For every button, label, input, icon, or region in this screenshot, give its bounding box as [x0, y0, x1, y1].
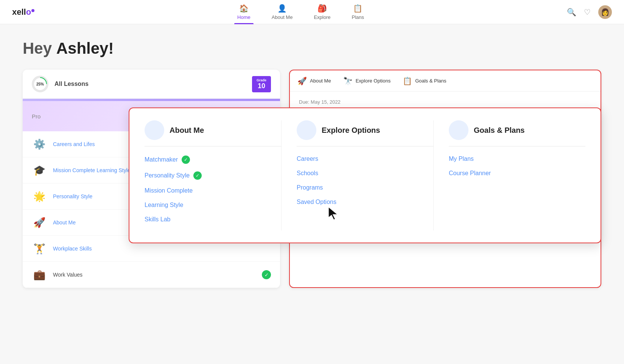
programs-label: Programs [297, 184, 323, 191]
panel-tab-goals-label: Goals & Plans [415, 78, 446, 84]
explore-header: 🔭 Explore Options [297, 120, 433, 140]
mission-icon: 🎓 [32, 163, 47, 178]
home-icon: 🏠 [239, 4, 249, 13]
clipboard-icon: 📋 [403, 76, 412, 86]
check-icon: ✓ [262, 270, 271, 279]
panel-tab-explore[interactable]: 🔭 Explore Options [343, 76, 391, 86]
nav-plans-label: Plans [352, 14, 364, 20]
logo-o: o [26, 7, 31, 17]
about-me-icon: 👤 [277, 4, 287, 13]
careers-link-label: Careers [297, 156, 318, 162]
grade-label: Grade [257, 78, 266, 82]
about-me-col-title: About Me [170, 126, 204, 135]
pro-label: Pro [32, 113, 40, 120]
search-icon[interactable]: 🔍 [567, 8, 576, 17]
course-planner-label: Course Planner [449, 170, 491, 177]
cursor-svg [327, 205, 342, 221]
course-planner-link[interactable]: Course Planner [449, 170, 585, 177]
panel-tabs: 🚀 About Me 🔭 Explore Options 📋 Goals & P… [290, 70, 601, 92]
explore-col-title: Explore Options [322, 126, 380, 135]
goals-menu-icon: 📋 [449, 120, 468, 140]
cursor-indicator [327, 205, 433, 222]
grade-badge: Grade 10 [252, 76, 271, 92]
due-date: Due: May 15, 2022 [299, 99, 591, 105]
personality-style-link[interactable]: Personality Style ✓ [145, 171, 281, 180]
panel-tab-goals[interactable]: 📋 Goals & Plans [403, 76, 446, 86]
plans-icon: 📋 [353, 4, 363, 13]
main-nav: 🏠 Home 👤 About Me 🎒 Explore 📋 Plans [234, 0, 367, 24]
logo-text: xell [12, 7, 26, 17]
matchmaker-link[interactable]: Matchmaker ✓ [145, 156, 281, 164]
personality-icon: 🌟 [32, 189, 47, 204]
greeting: Hey Ashley! [23, 39, 601, 58]
explore-icon: 🎒 [317, 4, 327, 13]
panel-tab-about-me-label: About Me [310, 78, 331, 84]
my-plans-link[interactable]: My Plans [449, 156, 585, 162]
logo[interactable]: xello [12, 7, 34, 17]
goals-col-title: Goals & Plans [474, 126, 525, 135]
svg-point-0 [145, 120, 164, 140]
mega-col-about-me: 🗼 About Me Matchmaker ✓ Personality Styl… [145, 120, 281, 230]
schools-link[interactable]: Schools [297, 170, 433, 177]
favorites-icon[interactable]: ♡ [584, 8, 591, 17]
about-me-menu-icon: 🗼 [145, 120, 164, 140]
avatar-image: 👩 [601, 8, 609, 16]
about-me-divider [145, 146, 281, 146]
workplace-icon: 🏋️ [32, 241, 47, 256]
saved-options-link[interactable]: Saved Options [297, 199, 433, 205]
svg-point-5 [449, 120, 468, 140]
greeting-prefix: Hey [23, 39, 56, 57]
nav-about-me-label: About Me [272, 14, 293, 20]
skills-lab-link[interactable]: Skills Lab [145, 216, 281, 223]
explore-divider [297, 146, 433, 146]
binoculars-icon: 🔭 [343, 76, 353, 86]
personality-check-icon: ✓ [193, 171, 202, 180]
nav-home[interactable]: 🏠 Home [234, 0, 254, 24]
nav-about-me[interactable]: 👤 About Me [269, 0, 296, 24]
workplace-label: Workplace Skills [53, 246, 92, 252]
schools-label: Schools [297, 170, 318, 177]
matchmaker-label: Matchmaker [145, 156, 178, 163]
mega-col-explore: 🔭 Explore Options Careers Schools Progra… [281, 120, 433, 230]
top-nav: xello 🏠 Home 👤 About Me 🎒 Explore 📋 Plan… [0, 0, 624, 24]
nav-plans[interactable]: 📋 Plans [349, 0, 367, 24]
progress-circle: 25% [32, 76, 48, 92]
mission-complete-link[interactable]: Mission Complete [145, 187, 281, 194]
skills-lab-label: Skills Lab [145, 216, 170, 223]
about-me-header: 🗼 About Me [145, 120, 281, 140]
mega-col-goals: 📋 Goals & Plans My Plans Course Planner [433, 120, 585, 230]
workvalues-label: Work Values [53, 272, 82, 278]
page-content: Hey Ashley! 25% All Lessons Grade 10 Pro [0, 24, 624, 303]
careers-label: Careers and Lifes [53, 141, 95, 147]
panel-tab-explore-label: Explore Options [356, 78, 391, 84]
goals-header: 📋 Goals & Plans [449, 120, 585, 140]
nav-explore[interactable]: 🎒 Explore [311, 0, 333, 24]
aboutme-lesson-icon: 🚀 [32, 215, 47, 230]
progress-value: 25% [34, 78, 46, 90]
panel-tab-about-me[interactable]: 🚀 About Me [297, 76, 331, 86]
learning-style-label: Learning Style [145, 202, 183, 208]
workvalues-icon: 💼 [32, 267, 47, 282]
svg-marker-4 [328, 207, 338, 220]
greeting-name: Ashley! [56, 39, 114, 57]
nav-home-label: Home [237, 14, 251, 20]
aboutme-lesson-label: About Me [53, 219, 76, 226]
mission-label: Mission Complete Learning Style [53, 167, 131, 173]
my-plans-label: My Plans [449, 156, 474, 162]
matchmaker-check-icon: ✓ [182, 156, 190, 164]
lessons-title: All Lessons [54, 81, 89, 87]
saved-options-label: Saved Options [297, 199, 336, 205]
lessons-header: 25% All Lessons Grade 10 [23, 70, 280, 99]
careers-link[interactable]: Careers [297, 156, 433, 162]
mission-complete-label: Mission Complete [145, 187, 193, 194]
grade-number: 10 [257, 82, 266, 90]
avatar[interactable]: 👩 [598, 5, 612, 19]
lesson-item-workvalues[interactable]: 💼 Work Values ✓ [23, 262, 280, 288]
learning-style-link[interactable]: Learning Style [145, 202, 281, 208]
programs-link[interactable]: Programs [297, 184, 433, 191]
workvalues-check: ✓ [262, 270, 271, 279]
mega-menu: 🗼 About Me Matchmaker ✓ Personality Styl… [129, 107, 601, 243]
explore-menu-icon: 🔭 [297, 120, 316, 140]
nav-actions: 🔍 ♡ 👩 [567, 5, 612, 19]
personality-label: Personality Style [53, 193, 92, 199]
